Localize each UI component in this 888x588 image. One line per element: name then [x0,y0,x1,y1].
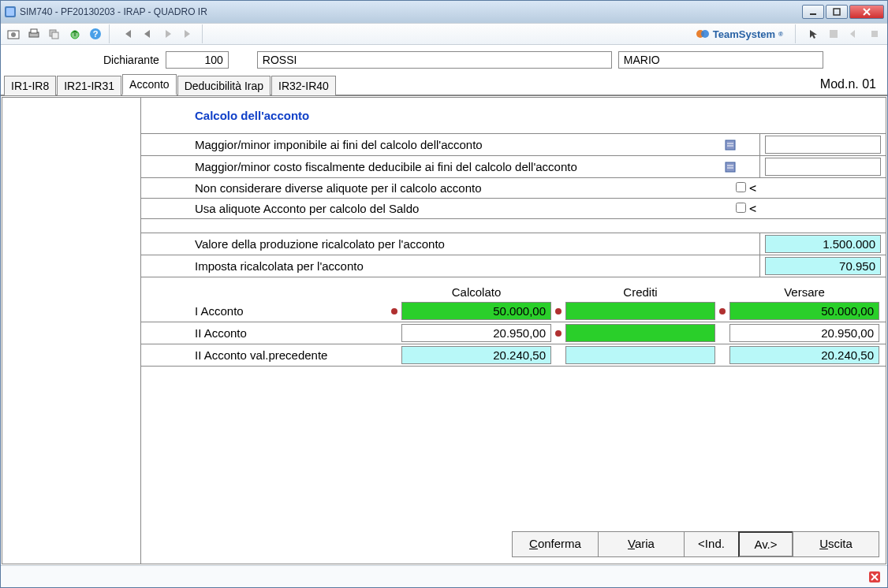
tab-ir21-ir31[interactable]: IR21-IR31 [57,76,121,95]
dot-icon [555,308,562,314]
svg-rect-3 [834,9,840,15]
bottom-buttons: Conferma Varia <Ind. Av.> Uscita [141,525,886,564]
valore-produzione-input[interactable] [765,235,882,253]
tabstrip: IR1-IR8 IR21-IR31 Acconto Deducibilità I… [1,73,887,96]
detail-icon[interactable] [725,162,756,173]
imponibile-input[interactable] [765,136,882,154]
right-column: Calcolo dell'acconto Maggior/minor impon… [141,98,886,564]
i-acconto-calc[interactable] [401,302,551,320]
tab-ir1-ir8[interactable]: IR1-IR8 [4,76,56,95]
section-title: Calcolo dell'acconto [141,98,886,134]
camera-icon[interactable] [4,25,23,43]
nav-next-icon[interactable] [159,25,177,43]
svg-point-7 [11,32,16,37]
header-row: Dichiarante [1,45,887,72]
ii-prec-vers[interactable] [729,346,879,364]
svg-rect-17 [830,30,838,38]
nav-prev-icon[interactable] [138,25,157,43]
statusbar [1,565,887,587]
row-imponibile-label: Maggior/minor imponibile ai fini del cal… [141,134,722,156]
form-table: Maggior/minor imponibile ai fini del cal… [141,134,886,277]
imposta-ricalcolata-input[interactable] [765,257,882,275]
close-x-icon[interactable] [868,571,881,583]
row-r3-label: Non considerare diverse aliquote per il … [141,178,722,199]
mod-number: Mod.n. 01 [814,74,887,95]
nav-first-icon[interactable] [118,25,136,43]
ii-acconto-cred[interactable] [565,324,715,342]
av-button[interactable]: Av.> [738,531,793,557]
dichiarante-code[interactable] [166,51,229,69]
i-acconto-vers[interactable] [729,302,879,320]
tool2-icon[interactable] [845,25,864,43]
svg-rect-11 [52,32,58,39]
row-r5-label: Valore della produzione ricalcolato per … [141,233,722,255]
cursor-icon[interactable] [804,25,823,43]
varia-button[interactable]: Varia [598,531,685,557]
svg-rect-1 [6,8,14,16]
row-i-acconto: I Acconto [141,300,886,322]
row-costo-label: Maggior/minor costo fiscalmente deducibi… [141,156,722,178]
dot-icon [719,308,726,314]
left-column [2,98,141,564]
uscita-button[interactable]: Uscita [793,531,879,557]
col-calcolato: Calcolato [401,285,551,299]
maximize-button[interactable] [826,5,848,19]
tab-deducibilita[interactable]: Deducibilità Irap [177,76,271,95]
col-crediti: Crediti [565,285,715,299]
check-r3[interactable] [736,182,746,192]
ii-prec-cred[interactable] [565,346,715,364]
ii-acconto-vers[interactable] [729,324,879,342]
tool1-icon[interactable] [824,25,843,43]
i-acconto-cred[interactable] [565,302,715,320]
svg-point-16 [701,30,709,38]
conferma-button[interactable]: Conferma [512,531,599,557]
svg-rect-19 [726,140,735,150]
col-versare: Versare [729,285,879,299]
tool3-icon[interactable] [865,25,884,43]
minimize-button[interactable] [802,5,824,19]
row-r6-label: Imposta ricalcolata per l'acconto [141,255,722,277]
window-title: SIM740 - PF20130203 - IRAP - QUADRO IR [20,6,207,17]
detail-icon[interactable] [725,140,756,151]
ii-prec-calc[interactable] [401,346,551,364]
row-ii-acconto-prec: II Acconto val.precedente [141,344,886,367]
ind-button[interactable]: <Ind. [684,531,739,557]
export-icon[interactable] [65,25,84,43]
check-r4[interactable] [736,203,746,213]
tab-ir32-ir40[interactable]: IR32-IR40 [271,76,336,95]
row-r4-label: Usa aliquote Acconto per calcolo del Sal… [141,199,722,219]
print-icon[interactable] [24,25,43,43]
tab-acconto[interactable]: Acconto [122,74,177,95]
app-icon [4,6,17,18]
svg-text:?: ? [93,29,99,39]
row-ii-acconto: II Acconto [141,322,886,344]
dot-icon [555,330,562,337]
help-icon[interactable]: ? [86,25,105,43]
dot-icon [391,308,397,314]
costo-input[interactable] [765,158,882,176]
brand-logo: TeamSystem® [696,27,791,41]
close-button[interactable] [849,5,884,19]
svg-rect-9 [31,29,37,33]
surname-field[interactable] [257,51,612,69]
titlebar: SIM740 - PF20130203 - IRAP - QUADRO IR [1,1,887,23]
svg-rect-18 [871,31,878,37]
dichiarante-label: Dichiarante [103,54,159,66]
content-area: Calcolo dell'acconto Maggior/minor impon… [2,97,886,564]
copy-icon[interactable] [45,25,64,43]
nav-last-icon[interactable] [179,25,198,43]
name-field[interactable] [618,51,823,69]
toolbar: ? TeamSystem® [1,23,887,45]
calc-section: Calcolato Crediti Versare I Acconto II A… [141,277,886,367]
svg-rect-22 [726,162,735,172]
ii-acconto-calc[interactable] [401,324,551,342]
